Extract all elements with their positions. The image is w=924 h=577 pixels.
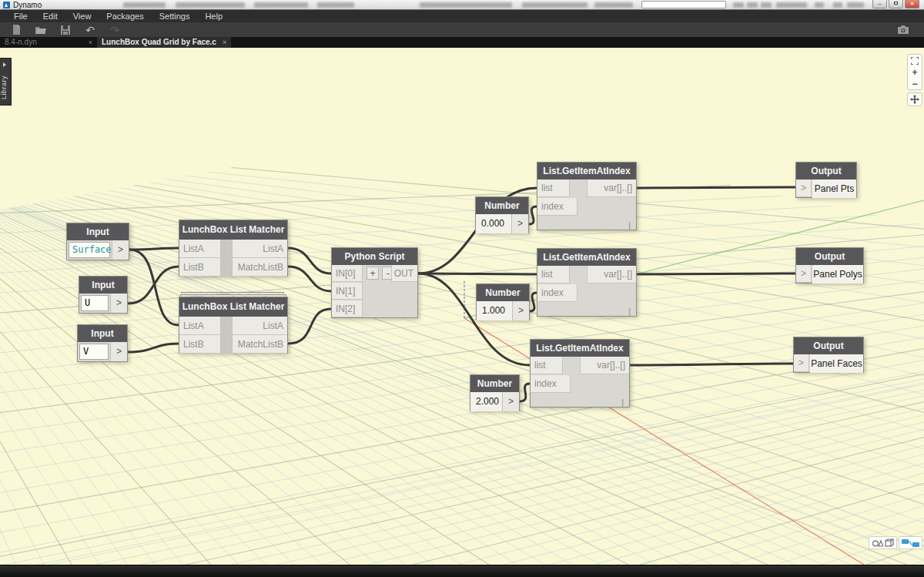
node-output-panel-pts[interactable]: Output > Panel Pts: [795, 162, 857, 198]
menu-file[interactable]: File: [6, 10, 35, 22]
node-lunchbox-list-matcher-2[interactable]: LunchBox List Matcher ListA ListB ListA …: [179, 297, 288, 354]
input-port[interactable]: >: [796, 179, 812, 197]
zoom-out-button[interactable]: −: [908, 78, 922, 89]
tab-close-icon[interactable]: ×: [223, 37, 226, 48]
wire[interactable]: [637, 273, 795, 274]
fit-view-button[interactable]: [908, 55, 922, 66]
port-in-2[interactable]: IN[2]: [332, 300, 363, 317]
node-title[interactable]: Input: [67, 223, 129, 240]
wire[interactable]: [129, 250, 179, 325]
node-number-2[interactable]: Number 2.000 >: [470, 374, 520, 411]
output-port[interactable]: >: [512, 301, 529, 320]
zoom-in-button[interactable]: +: [908, 66, 922, 78]
port-out-var[interactable]: var[]..[]: [580, 357, 629, 374]
wire[interactable]: [128, 344, 179, 352]
node-output-panel-faces[interactable]: Output > Panel Faces: [793, 337, 864, 373]
output-port[interactable]: >: [511, 214, 528, 233]
menu-help[interactable]: Help: [197, 10, 230, 22]
output-port[interactable]: >: [110, 342, 127, 361]
port-in-lista[interactable]: ListA: [179, 317, 221, 335]
output-name-field[interactable]: Panel Faces: [810, 354, 863, 373]
node-number-0[interactable]: Number 0.000 >: [475, 196, 529, 233]
wire[interactable]: [128, 267, 179, 304]
port-in-index[interactable]: index: [537, 284, 578, 302]
tab-home-workspace[interactable]: 8.4-n.dyn ×: [0, 37, 97, 48]
node-title[interactable]: Output: [796, 248, 863, 265]
port-out-matchlistb[interactable]: MatchListB: [232, 258, 287, 277]
port-in-listb[interactable]: ListB: [179, 335, 221, 354]
port-in-1[interactable]: IN[1]: [332, 283, 363, 300]
node-list-getitematindex-1[interactable]: List.GetItemAtIndex list index var[]..[]…: [537, 162, 637, 230]
redo-button[interactable]: ↷: [105, 23, 125, 36]
output-name-field[interactable]: Panel Polys: [812, 265, 863, 283]
node-python-script[interactable]: Python Script IN[0] IN[1] IN[2] + - OUT: [331, 247, 418, 318]
node-lunchbox-list-matcher-1[interactable]: LunchBox List Matcher ListA ListB ListA …: [179, 220, 288, 277]
number-value-field[interactable]: 2.000: [470, 392, 504, 411]
open-file-button[interactable]: [31, 23, 51, 36]
close-button[interactable]: ×: [905, 0, 919, 8]
port-in-index[interactable]: index: [537, 198, 578, 216]
input-value-field[interactable]: U: [81, 295, 109, 311]
port-in-index[interactable]: index: [531, 375, 571, 393]
output-name-field[interactable]: Panel Pts: [812, 179, 856, 198]
pan-button[interactable]: [907, 92, 922, 106]
node-title[interactable]: Python Script: [332, 248, 417, 265]
output-port[interactable]: >: [110, 294, 127, 313]
port-out-var[interactable]: var[]..[]: [587, 266, 636, 283]
port-in-list[interactable]: list: [537, 179, 570, 197]
node-title[interactable]: List.GetItemAtIndex: [531, 340, 629, 357]
search-input[interactable]: [641, 1, 726, 8]
wire[interactable]: [529, 206, 537, 224]
node-input-surface[interactable]: Input Surface >: [66, 223, 129, 260]
node-title[interactable]: Input: [78, 325, 127, 342]
node-output-panel-polys[interactable]: Output > Panel Polys: [795, 247, 864, 283]
port-out-matchlistb[interactable]: MatchListB: [232, 335, 287, 354]
node-number-1[interactable]: Number 1.000 >: [476, 283, 530, 320]
new-file-button[interactable]: [6, 23, 26, 36]
menu-view[interactable]: View: [65, 10, 99, 22]
add-input-button[interactable]: +: [367, 267, 379, 280]
number-value-field[interactable]: 0.000: [476, 214, 513, 233]
wire[interactable]: [288, 248, 331, 273]
port-in-list[interactable]: list: [537, 266, 570, 283]
wire[interactable]: [288, 309, 331, 344]
node-title[interactable]: Input: [79, 277, 127, 294]
wire[interactable]: [288, 267, 331, 291]
export-image-button[interactable]: [893, 23, 913, 36]
number-value-field[interactable]: 1.000: [477, 301, 514, 320]
port-out[interactable]: OUT: [391, 265, 417, 282]
node-list-getitematindex-3[interactable]: List.GetItemAtIndex list index var[]..[]…: [530, 339, 630, 408]
port-out-var[interactable]: var[]..[]: [587, 179, 636, 197]
port-out-lista[interactable]: ListA: [232, 240, 287, 258]
library-flyout-tab[interactable]: Library: [0, 58, 12, 106]
tab-custom-node[interactable]: LunchBox Quad Grid by Face.c ×: [97, 37, 231, 48]
graph-canvas[interactable]: Library Input Surface > Input U > Input …: [0, 48, 924, 565]
port-in-list[interactable]: list: [531, 357, 563, 374]
tab-close-icon[interactable]: ×: [89, 37, 92, 48]
menu-edit[interactable]: Edit: [35, 10, 65, 22]
wire[interactable]: [418, 273, 537, 274]
wire[interactable]: [520, 384, 530, 401]
input-value-field[interactable]: V: [79, 344, 109, 360]
output-port[interactable]: >: [502, 392, 519, 411]
output-port[interactable]: >: [112, 240, 129, 260]
node-title[interactable]: LunchBox List Matcher: [179, 220, 287, 240]
wire[interactable]: [637, 187, 795, 188]
port-in-listb[interactable]: ListB: [179, 258, 221, 277]
node-view-toggle[interactable]: [899, 536, 922, 549]
wire[interactable]: [129, 248, 179, 250]
port-in-lista[interactable]: ListA: [179, 240, 221, 258]
node-title[interactable]: Number: [476, 197, 528, 214]
node-title[interactable]: Output: [794, 337, 863, 354]
undo-button[interactable]: ↶: [80, 23, 100, 36]
node-list-getitematindex-2[interactable]: List.GetItemAtIndex list index var[]..[]…: [537, 248, 637, 317]
minimize-button[interactable]: ‒: [872, 0, 887, 8]
port-in-0[interactable]: IN[0]: [332, 265, 363, 282]
menu-packages[interactable]: Packages: [99, 10, 151, 22]
node-input-u[interactable]: Input U >: [79, 276, 128, 314]
input-value-field[interactable]: Surface: [69, 242, 110, 258]
wire[interactable]: [530, 293, 537, 311]
node-title[interactable]: List.GetItemAtIndex: [537, 163, 636, 179]
node-title[interactable]: List.GetItemAtIndex: [537, 249, 636, 266]
restore-button[interactable]: [889, 0, 903, 8]
